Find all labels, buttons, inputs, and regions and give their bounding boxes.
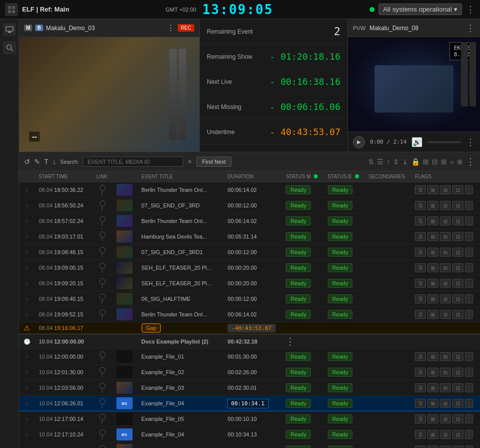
row-duration[interactable]: 00:05:31.14 [223,229,282,245]
table-row[interactable]: ○ 08.04 19:09:00.15 SEH_ELF_TEASER_20 Pl… [19,260,480,276]
flag-more-btn[interactable]: ⋮ [465,201,473,210]
table-row[interactable]: ○ 10.04 12:06:26.01 BG Example_File_04 R… [19,396,480,411]
flag-btn-1[interactable]: S [415,294,426,303]
flag-more-btn[interactable]: ⋮ [465,310,473,319]
flag-more-btn[interactable]: ⋮ [465,383,473,392]
row-duration[interactable]: 00:00:10.10 [223,411,282,427]
delete-icon[interactable]: ⊗ [457,158,463,166]
flag-more-btn[interactable]: ⋮ [465,216,473,226]
row-duration[interactable]: 00:10:34.13 [223,427,282,442]
flag-more-btn[interactable]: ⋮ [465,430,473,439]
row-duration[interactable]: 00:00:20.00 [223,260,282,276]
flag-btn-3[interactable]: ⊟ [440,445,451,448]
table-row[interactable]: ○ 08.04 19:03:17.01 Hamburg Sea Devils T… [19,229,480,245]
flag-btn-2[interactable]: ⊞ [427,263,438,272]
search-input[interactable] [83,157,183,167]
flag-more-btn[interactable]: ⋮ [465,263,473,272]
flag-btn-4[interactable]: ⊡ [452,352,463,361]
flag-btn-3[interactable]: ⊟ [440,368,451,377]
flag-btn-1[interactable]: S [415,279,426,288]
flag-btn-2[interactable]: ⊞ [427,310,438,319]
col-header-duration[interactable]: DURATION [223,171,282,182]
flag-btn-1[interactable]: S [415,185,426,194]
flag-btn-2[interactable]: ⊞ [427,185,438,194]
row-duration[interactable] [223,396,282,411]
table-row[interactable]: ○ 08.04 18:57:02.24 Berlin Thunder Team … [19,213,480,229]
section-more-button[interactable]: ⋮ [286,336,295,347]
system-status-dropdown[interactable]: All systems operational ▾ [379,4,462,15]
flag-btn-4[interactable]: ⊡ [452,368,463,377]
flag-btn-4[interactable]: ⊡ [452,232,463,241]
text-mode-button[interactable]: T [44,158,49,166]
pvw-menu-button[interactable]: ⋮ [466,23,475,34]
flag-btn-4[interactable]: ⊡ [452,414,463,423]
table-row[interactable]: ○ 10.04 12:27:45.12 Example_File_09 00:1… [19,442,480,449]
col-header-event-title[interactable]: EVENT TITLE [138,171,224,182]
flag-btn-3[interactable]: ⊟ [440,248,451,257]
table-row[interactable]: ○ 08.04 19:09:20.15 SEH_ELF_TEASER_20 Pl… [19,276,480,291]
flag-btn-1[interactable]: S [415,232,426,241]
sidebar-monitor-icon[interactable] [3,23,16,36]
duration-input[interactable] [227,399,269,408]
find-next-button[interactable]: Find Next [196,157,231,167]
row-duration[interactable]: 00:00:20.00 [223,276,282,291]
settings-icon[interactable]: ⊞ [441,158,447,166]
lock-icon[interactable]: 🔒 [411,158,420,166]
flag-btn-2[interactable]: ⊞ [427,368,438,377]
flag-more-btn[interactable]: ⋮ [465,248,473,257]
flag-btn-3[interactable]: ⊟ [440,185,451,194]
sidebar-search-icon[interactable] [3,41,16,54]
flag-btn-4[interactable]: ⊡ [452,201,463,210]
table-row[interactable]: ○ 08.04 19:09:40.15 06_SIG_HALFTIME 00:0… [19,291,480,307]
flag-btn-2[interactable]: ⊞ [427,399,438,408]
toolbar-menu-button[interactable]: ⋮ [466,156,475,167]
flag-btn-2[interactable]: ⊞ [427,294,438,303]
flag-btn-1[interactable]: S [415,430,426,439]
flag-btn-1[interactable]: S [415,201,426,210]
row-duration[interactable]: 00:14:47.06 [223,442,282,449]
flag-more-btn[interactable]: ⋮ [465,294,473,303]
flag-btn-2[interactable]: ⊞ [427,445,438,448]
flag-btn-4[interactable]: ⊡ [452,383,463,392]
flag-btn-4[interactable]: ⊡ [452,216,463,226]
download-icon[interactable]: ⤓ [402,158,408,166]
flag-btn-1[interactable]: S [415,399,426,408]
row-duration[interactable]: 00:06:14.02 [223,213,282,229]
flag-btn-3[interactable]: ⊟ [440,310,451,319]
flag-more-btn[interactable]: ⋮ [465,414,473,423]
flag-more-btn[interactable]: ⋮ [465,352,473,361]
flag-btn-4[interactable]: ⊡ [452,310,463,319]
flag-more-btn[interactable]: ⋮ [465,232,473,241]
flag-btn-2[interactable]: ⊞ [427,279,438,288]
flag-btn-3[interactable]: ⊟ [440,383,451,392]
row-duration[interactable]: 00:06:14.02 [223,182,282,198]
flag-more-btn[interactable]: ⋮ [465,279,473,288]
flag-btn-3[interactable]: ⊟ [440,201,451,210]
row-duration[interactable]: 00:00:12.00 [223,245,282,260]
refresh-button[interactable]: ↺ [24,158,30,166]
edit-mode-button[interactable]: ✎ [34,158,40,166]
table-row[interactable]: ○ 10.04 12:17:00.14 Example_File_05 00:0… [19,411,480,427]
export-icon[interactable]: ⟐ [450,158,454,166]
col-header-start-time[interactable]: START TIME [35,171,92,182]
table-row[interactable]: ○ 08.04 18:50:36.22 Berlin Thunder Team … [19,182,480,198]
table-row[interactable]: ○ 08.04 18:56:50.24 07_SIG_END_OF_3RD 00… [19,198,480,213]
flag-btn-2[interactable]: ⊞ [427,216,438,226]
flag-btn-3[interactable]: ⊟ [440,352,451,361]
flag-btn-4[interactable]: ⊡ [452,294,463,303]
flag-btn-1[interactable]: S [415,445,426,448]
flag-btn-1[interactable]: S [415,383,426,392]
flag-btn-1[interactable]: S [415,248,426,257]
flag-btn-1[interactable]: S [415,216,426,226]
flag-btn-2[interactable]: ⊞ [427,201,438,210]
flag-btn-4[interactable]: ⊡ [452,279,463,288]
flag-btn-2[interactable]: ⊞ [427,414,438,423]
table-row[interactable]: ○ 10.04 12:17:10.24 BG Example_File_04 0… [19,427,480,442]
flag-btn-3[interactable]: ⊟ [440,399,451,408]
flag-btn-4[interactable]: ⊡ [452,185,463,194]
flag-btn-1[interactable]: S [415,368,426,377]
flag-btn-4[interactable]: ⊡ [452,248,463,257]
columns-icon[interactable]: ☰ [377,158,384,166]
sort-icon[interactable]: ⇅ [368,158,374,166]
flag-more-btn[interactable]: ⋮ [465,445,473,448]
